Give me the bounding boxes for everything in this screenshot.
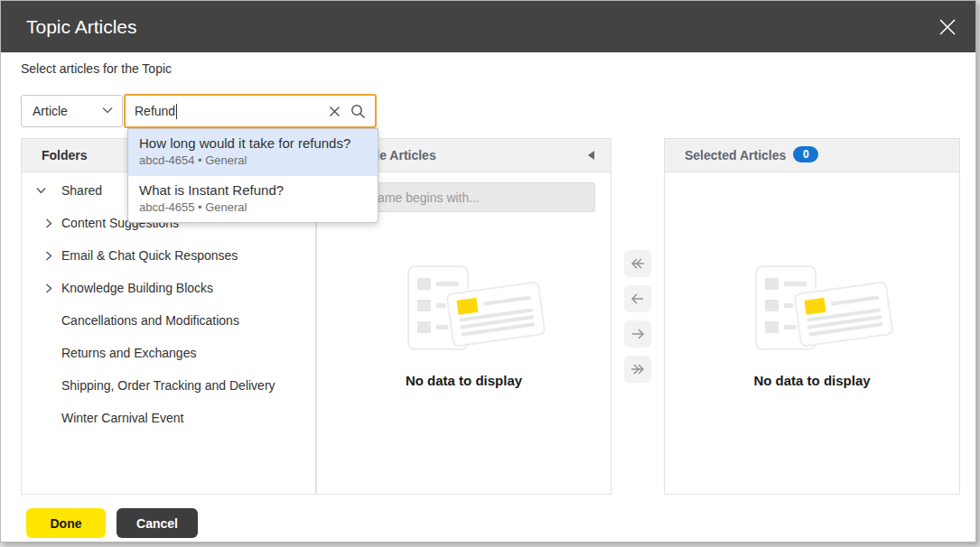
selected-count-badge: 0 [793,146,818,162]
selected-empty-state: No data to display [665,265,959,388]
folder-label: Knowledge Building Blocks [61,281,213,295]
suggestion-meta: abcd-4654 • General [139,153,367,169]
collapse-panel-icon[interactable] [588,151,594,160]
suggestion-meta: abcd-4655 • General [139,199,367,216]
no-data-text: No data to display [665,373,959,388]
folder-item[interactable]: Winter Carnival Event [22,402,314,434]
clear-icon[interactable] [329,106,341,117]
chevron-right-icon[interactable] [44,283,53,294]
folder-label: Winter Carnival Event [61,411,183,425]
suggestion-item[interactable]: What is Instant Refund? abcd-4655 • Gene… [128,175,378,222]
card-graphic [793,281,893,348]
search-type-value: Article [33,96,68,126]
folder-item[interactable]: Returns and Exchanges [22,337,314,369]
search-type-select[interactable]: Article [21,95,123,127]
folder-label: Shipping, Order Tracking and Delivery [61,378,275,393]
search-icon[interactable] [350,104,366,119]
selected-panel-title-text: Selected Articles [685,148,786,162]
chevron-right-icon[interactable] [44,218,53,229]
topic-articles-dialog: Topic Articles Select articles for the T… [0,0,976,542]
cancel-button[interactable]: Cancel [117,508,198,538]
no-data-illustration [387,265,541,360]
chevron-down-icon[interactable] [35,185,47,196]
article-search-input[interactable]: Refund [124,94,377,128]
suggestion-item[interactable]: How long would it take for refunds? abcd… [128,129,378,175]
suggestion-title: How long would it take for refunds? [139,134,367,153]
no-data-illustration [735,265,889,360]
close-icon[interactable] [938,17,957,37]
selected-articles-panel: Selected Articles0 No dat [664,138,960,495]
screen: Topic Articles Select articles for the T… [0,0,980,547]
no-data-text: No data to display [317,373,611,388]
dialog-title: Topic Articles [26,1,137,52]
chevron-down-icon [102,107,113,114]
search-suggestions-dropdown: How long would it take for refunds? abcd… [127,128,378,223]
search-input-value: Refund [135,104,175,118]
move-left-button[interactable] [624,285,651,312]
available-empty-state: No data to display [317,265,611,388]
selected-panel-title: Selected Articles0 [685,139,818,172]
chevron-right-icon[interactable] [44,250,53,262]
move-all-right-icon [630,363,646,375]
done-button[interactable]: Done [26,508,106,538]
folders-panel-title: Folders [42,139,88,172]
dialog-header: Topic Articles [1,1,975,52]
move-left-icon [630,292,645,305]
folder-label: Cancellations and Modifications [61,313,239,328]
move-all-left-icon [630,257,646,270]
folder-item[interactable]: Knowledge Building Blocks [22,272,314,304]
text-caret [176,104,177,119]
folder-item[interactable]: Cancellations and Modifications [22,304,314,337]
folder-label: Returns and Exchanges [61,346,196,360]
card-graphic [445,281,546,348]
folder-item[interactable]: Shipping, Order Tracking and Delivery [22,369,314,402]
folder-item[interactable]: Email & Chat Quick Responses [22,239,314,272]
move-all-right-button[interactable] [624,356,651,383]
selected-panel-header: Selected Articles0 [665,139,959,172]
folder-label: Email & Chat Quick Responses [61,248,238,263]
move-right-icon [630,328,645,340]
move-right-button[interactable] [624,320,651,348]
suggestion-title: What is Instant Refund? [139,181,367,199]
folder-label: Shared [61,183,102,198]
dialog-subtitle: Select articles for the Topic [21,61,172,76]
move-all-left-button[interactable] [624,250,651,277]
